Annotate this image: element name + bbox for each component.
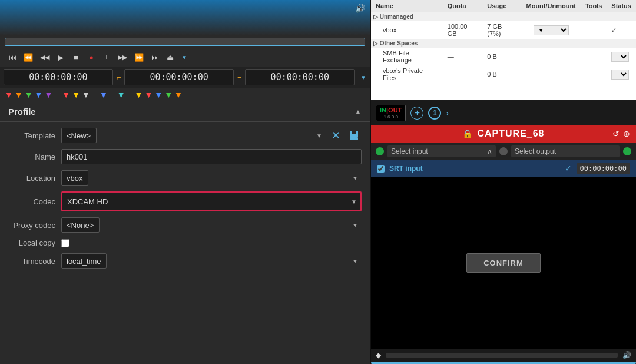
add-capture-button[interactable]: + <box>410 107 423 120</box>
marker-orange[interactable]: ▼ <box>15 90 23 100</box>
timecode-label: Timecode <box>8 257 55 266</box>
marker-teal[interactable]: ▼ <box>117 90 125 100</box>
location-label: Location <box>8 174 55 183</box>
timecode-current[interactable]: 00:00:00:00 <box>124 69 234 85</box>
refresh-icon[interactable]: ↺ <box>612 129 620 138</box>
svg-rect-2 <box>350 137 358 140</box>
output-select-area[interactable]: Select output <box>511 145 620 157</box>
timecode-in[interactable]: 00:00:00:00 <box>4 69 113 85</box>
srt-checkbox[interactable] <box>377 165 385 173</box>
left-panel: 🔊 ⏮ ⏪ ◀◀ ▶ ■ ● ⊥ ▶▶ ⏩ ⏭ ⏏ ▼ 00:00:00:00 … <box>0 0 371 364</box>
location-select-arrow-icon: ▼ <box>352 175 358 181</box>
timecode-out[interactable]: 00:00:00:00 <box>245 69 355 85</box>
input-select-label: Select input <box>391 147 428 155</box>
marker-yellow2[interactable]: ▼ <box>135 90 143 100</box>
storage-usage-smb: 0 B <box>482 48 521 65</box>
col-quota: Quota <box>443 0 482 12</box>
input-chevron-up-icon: ∧ <box>487 147 492 155</box>
marker-green2[interactable]: ▼ <box>164 90 173 100</box>
storage-mount-select-vbox[interactable]: ▼ <box>534 25 569 35</box>
play-button[interactable]: ▶ <box>54 52 67 63</box>
output-status-indicator <box>623 147 631 155</box>
col-name: Name <box>371 0 443 12</box>
output-select-label: Select output <box>515 147 556 155</box>
input-select-area[interactable]: Select input ∧ <box>387 145 496 157</box>
storage-status-vbox: ✓ <box>607 21 636 39</box>
timecode-expand-icon: ▼ <box>360 74 366 81</box>
record-button[interactable]: ● <box>85 52 98 63</box>
codec-select[interactable]: XDCAM HD <box>62 193 360 210</box>
marker-purple[interactable]: ▼ <box>44 90 52 100</box>
location-select[interactable]: vbox <box>61 170 88 186</box>
capture-scrubber-marker: ◆ <box>376 351 381 359</box>
storage-dropdown-smb[interactable]: ▼ <box>611 52 629 62</box>
storage-quota-vbox: 100.00 GB <box>443 21 482 39</box>
proxy-codec-label: Proxy codec <box>8 221 55 230</box>
fast-forward-button[interactable]: ▶▶ <box>115 52 130 62</box>
io-middle-indicator <box>499 147 508 155</box>
marker-red3[interactable]: ▼ <box>144 90 153 100</box>
timecode-row: 00:00:00:00 ⌐ 00:00:00:00 ¬ 00:00:00:00 … <box>0 67 370 88</box>
transport-expand-icon: ▼ <box>181 54 187 61</box>
marker-red2[interactable]: ▼ <box>62 90 70 100</box>
storage-row-vbox: vbox 100.00 GB 7 GB (7%) ▼ ✓ <box>371 21 636 39</box>
profile-header: Profile ▲ <box>0 102 370 122</box>
template-delete-button[interactable]: ✕ <box>329 128 343 143</box>
timecode-select-arrow-icon: ▼ <box>352 258 358 264</box>
storage-row-vbox-private: vbox's Private Files — 0 B ▼ <box>371 65 636 83</box>
navigate-right-button[interactable]: › <box>446 108 449 118</box>
storage-dropdown-private[interactable]: ▼ <box>611 70 629 80</box>
storage-group-other: ▷ Other Spaces <box>371 39 636 48</box>
eject-button[interactable]: ⏏ <box>164 52 177 63</box>
template-select[interactable]: <New> <box>61 128 97 143</box>
timecode-setting-row: Timecode local_time ▼ <box>8 253 362 269</box>
name-input[interactable] <box>61 149 362 164</box>
storage-tools-vbox <box>581 21 607 39</box>
out-text: |OUT <box>386 107 402 114</box>
capture-progress-bar <box>371 362 636 364</box>
marker-orange2[interactable]: ▼ <box>174 90 183 100</box>
stop-button[interactable]: ■ <box>69 52 82 63</box>
profile-collapse-button[interactable]: ▲ <box>355 108 362 116</box>
srt-timecode: 00:00:00:00 <box>577 163 630 174</box>
prev-frame-button[interactable]: ⏪ <box>21 52 35 63</box>
storage-mount-vbox[interactable]: ▼ <box>522 21 581 39</box>
marker-red1[interactable]: ▼ <box>5 90 13 100</box>
marker-green[interactable]: ▼ <box>25 90 33 100</box>
marker-yellow[interactable]: ▼ <box>72 90 80 100</box>
first-frame-button[interactable]: ⏮ <box>6 52 19 63</box>
capture-volume-icon[interactable]: 🔊 <box>622 351 631 359</box>
last-frame-button[interactable]: ⏭ <box>148 52 161 63</box>
progress-bar-area[interactable] <box>0 35 370 48</box>
confirm-button[interactable]: CONFIRM <box>466 253 541 273</box>
lock-icon[interactable]: 🔒 <box>462 129 472 138</box>
timecode-select[interactable]: local_time <box>61 253 107 269</box>
col-status: Status <box>607 0 636 12</box>
storage-status-smb: ▼ <box>607 48 636 65</box>
marker-blue3[interactable]: ▼ <box>154 90 163 100</box>
next-frame-button[interactable]: ⏩ <box>132 52 146 63</box>
storage-group-unmanaged: ▷ Unmanaged <box>371 12 636 22</box>
storage-name-smb: SMB File Exchange <box>371 48 443 65</box>
proxy-codec-select[interactable]: <None> <box>61 217 100 233</box>
storage-quota-smb: — <box>443 48 482 65</box>
srt-row: SRT input ✓ 00:00:00:00 <box>371 160 636 177</box>
codec-label: Codec <box>8 197 55 206</box>
more-icon[interactable]: ⊕ <box>623 129 630 138</box>
volume-icon: 🔊 <box>355 4 365 13</box>
srt-active-icon: ✓ <box>565 164 572 173</box>
local-copy-checkbox[interactable] <box>61 239 69 247</box>
marker-blue[interactable]: ▼ <box>35 90 43 100</box>
storage-quota-private: — <box>443 65 482 83</box>
marker-blue2[interactable]: ▼ <box>100 90 108 100</box>
progress-bar[interactable] <box>5 38 365 46</box>
capture-scrubber[interactable] <box>386 353 618 358</box>
template-save-button[interactable] <box>346 130 362 141</box>
progress-bar-border <box>5 38 365 46</box>
template-select-arrow-icon: ▼ <box>316 133 322 139</box>
mark-in-button[interactable]: ⊥ <box>100 52 113 62</box>
rewind-button[interactable]: ◀◀ <box>38 52 52 62</box>
codec-row: Codec XDCAM HD ▼ <box>8 191 362 211</box>
marker-white[interactable]: ▼ <box>82 90 90 100</box>
storage-tools-private <box>581 65 607 83</box>
